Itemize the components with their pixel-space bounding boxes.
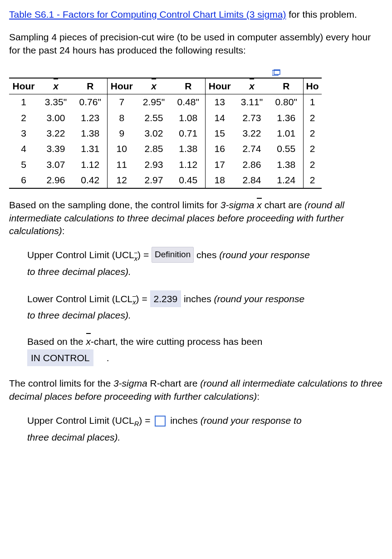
table-cell: 3 (9, 126, 38, 141)
table-cell: 12 (107, 172, 136, 188)
popup-window-icon[interactable] (272, 69, 280, 76)
table-cell: 18 (205, 172, 234, 188)
table-cell: 2.74 (234, 141, 270, 157)
table-cell: 0.71 (172, 126, 205, 141)
table-cell: 6 (9, 172, 38, 188)
table-cell: 3.00 (38, 110, 74, 126)
table-cell: 1 (303, 94, 322, 110)
table-cell: 1.38 (270, 157, 303, 172)
col-hour-1: Hour (9, 78, 38, 94)
svg-rect-2 (274, 69, 280, 71)
table-cell: 0.55 (270, 141, 303, 157)
col-xbar-3: x (234, 78, 270, 94)
table-cell: 0.80" (270, 94, 303, 110)
table-cell: 5 (9, 157, 38, 172)
table-cell: 1.01 (270, 126, 303, 141)
table-cell: 1.38 (74, 126, 107, 141)
table-cell: 4 (9, 141, 38, 157)
table-cell: 7 (107, 94, 136, 110)
table-cell: 3.02 (136, 126, 172, 141)
table-cell: 2 (303, 172, 322, 188)
ucl-r-line: Upper Control Limit (UCLR) = inches (rou… (27, 413, 378, 445)
table-cell: 2.86 (234, 157, 270, 172)
table-cell: 1.23 (74, 110, 107, 126)
table-cell: 0.42 (74, 172, 107, 188)
table-cell: 2.85 (136, 141, 172, 157)
col-r-2: R (172, 78, 205, 94)
table-cell: 3.35" (38, 94, 74, 110)
table-cell: 3.39 (38, 141, 74, 157)
col-r-1: R (74, 78, 107, 94)
data-table: Hour x R Hour x R Hour x R Ho 13.35"0.76… (9, 78, 322, 189)
table-cell: 15 (205, 126, 234, 141)
table-cell: 2.93 (136, 157, 172, 172)
lcl-x-line: Lower Control Limit (LCLx) = 2.239 inche… (27, 290, 378, 323)
table-cell: 2 (303, 110, 322, 126)
table-s6-1-link[interactable]: Table S6.1 - Factors for Computing Contr… (9, 9, 286, 20)
q2-lead: The control limits for the 3-sigma R-cha… (9, 377, 383, 403)
table-cell: 2 (9, 110, 38, 126)
table-cell: 1.36 (270, 110, 303, 126)
table-cell: 1.08 (172, 110, 205, 126)
table-cell: 1.12 (74, 157, 107, 172)
table-cell: 9 (107, 126, 136, 141)
table-cell: 14 (205, 110, 234, 126)
ucl-r-input[interactable] (155, 416, 166, 427)
table-cell: 0.45 (172, 172, 205, 188)
table-cell: 17 (205, 157, 234, 172)
status-answer[interactable]: IN CONTROL (27, 349, 93, 367)
table-cell: 2 (303, 157, 322, 172)
table-cell: 0.76" (74, 94, 107, 110)
table-cell: 11 (107, 157, 136, 172)
table-cell: 3.11" (234, 94, 270, 110)
table-cell: 3.22 (38, 126, 74, 141)
table-cell: 3.07 (38, 157, 74, 172)
intro-after-link: for this problem. (286, 9, 357, 20)
table-cell: 3.22 (234, 126, 270, 141)
table-cell: 2.97 (136, 172, 172, 188)
col-r-3: R (270, 78, 303, 94)
lcl-x-answer[interactable]: 2.239 (150, 290, 181, 308)
table-cell: 1.24 (270, 172, 303, 188)
table-cell: 13 (205, 94, 234, 110)
table-cell: 1.12 (172, 157, 205, 172)
table-cell: 1.38 (172, 141, 205, 157)
table-cell: 2.73 (234, 110, 270, 126)
table-cell: 16 (205, 141, 234, 157)
table-cell: 2 (303, 126, 322, 141)
col-hour-4: Ho (303, 78, 322, 94)
table-cell: 2.95" (136, 94, 172, 110)
status-line: Based on the x-chart, the wire cutting p… (27, 334, 378, 366)
definition-tooltip[interactable]: Definition (152, 247, 194, 262)
table-cell: 1.31 (74, 141, 107, 157)
table-cell: 10 (107, 141, 136, 157)
col-xbar-2: x (136, 78, 172, 94)
table-cell: 2.96 (38, 172, 74, 188)
table-cell: 0.48" (172, 94, 205, 110)
table-cell: 2.84 (234, 172, 270, 188)
table-cell: 1 (9, 94, 38, 110)
q1-lead: Based on the sampling done, the control … (9, 199, 383, 237)
sampling-text: Sampling 4 pieces of precision-cut wire … (9, 31, 383, 57)
table-cell: 2 (303, 141, 322, 157)
ucl-x-line: Upper Control Limit (UCLx) = Definition … (27, 247, 378, 279)
col-xbar-1: x (38, 78, 74, 94)
table-cell: 2.55 (136, 110, 172, 126)
table-cell: 8 (107, 110, 136, 126)
col-hour-2: Hour (107, 78, 136, 94)
col-hour-3: Hour (205, 78, 234, 94)
intro-sentence: Table S6.1 - Factors for Computing Contr… (9, 8, 383, 21)
